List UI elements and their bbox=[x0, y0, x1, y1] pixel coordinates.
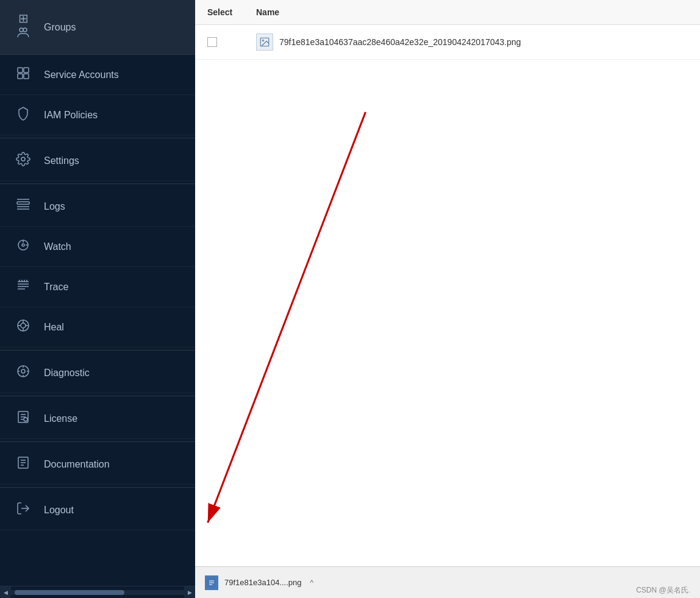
sidebar-item-logout[interactable]: Logout bbox=[0, 490, 195, 530]
svg-point-0 bbox=[20, 28, 23, 32]
svg-point-20 bbox=[21, 323, 26, 328]
sidebar-item-label-logs: Logs bbox=[44, 201, 65, 212]
sidebar-item-logs[interactable]: Logs bbox=[0, 187, 195, 227]
sidebar-item-label-diagnostic: Diagnostic bbox=[44, 368, 90, 379]
logout-icon bbox=[15, 501, 32, 519]
arrow-annotation bbox=[195, 25, 700, 566]
col-name-header: Name bbox=[256, 7, 279, 17]
sidebar-scroll-left[interactable]: ◀ bbox=[0, 586, 11, 598]
main-container: Groups Service Accounts IAM Policies bbox=[0, 0, 700, 598]
service-accounts-icon bbox=[15, 66, 32, 84]
sidebar-item-label-logout: Logout bbox=[44, 505, 74, 516]
sidebar-divider-6 bbox=[0, 487, 195, 488]
file-icon-name: 79f1e81e3a104637aac28e460a42e32e_2019042… bbox=[256, 34, 521, 51]
bottom-caret-button[interactable]: ^ bbox=[310, 578, 314, 587]
sidebar-item-label-license: License bbox=[44, 413, 77, 424]
sidebar-item-diagnostic[interactable]: Diagnostic bbox=[0, 353, 195, 393]
sidebar-item-label-documentation: Documentation bbox=[44, 459, 110, 470]
table-row: 79f1e81e3a104637aac28e460a42e32e_2019042… bbox=[195, 25, 700, 60]
svg-point-38 bbox=[262, 40, 263, 41]
sidebar-item-settings[interactable]: Settings bbox=[0, 141, 195, 181]
sidebar-divider-5 bbox=[0, 441, 195, 442]
svg-rect-7 bbox=[17, 202, 29, 204]
file-thumbnail-icon bbox=[256, 34, 273, 51]
sidebar-divider-1 bbox=[0, 138, 195, 138]
trace-icon bbox=[15, 278, 32, 296]
sidebar-scroll-right[interactable]: ▶ bbox=[184, 586, 195, 598]
sidebar-item-heal[interactable]: Heal bbox=[0, 307, 195, 347]
license-icon bbox=[15, 410, 32, 427]
bottom-bar: 79f1e81e3a104....png ^ CSDN @吴名氏. bbox=[195, 566, 700, 598]
sidebar-divider-3 bbox=[0, 350, 195, 351]
sidebar-item-label-iam: IAM Policies bbox=[44, 110, 98, 121]
bottom-file-name: 79f1e81e3a104....png bbox=[224, 578, 302, 587]
sidebar-item-label-watch: Watch bbox=[44, 241, 71, 252]
sidebar: Groups Service Accounts IAM Policies bbox=[0, 0, 195, 598]
sidebar-scrollbar-track bbox=[11, 590, 184, 595]
file-select-checkbox[interactable] bbox=[207, 37, 217, 47]
settings-icon bbox=[15, 152, 32, 169]
sidebar-item-label-settings: Settings bbox=[44, 155, 79, 166]
svg-point-6 bbox=[21, 157, 25, 161]
sidebar-item-iam-policies[interactable]: IAM Policies bbox=[0, 95, 195, 135]
svg-rect-4 bbox=[18, 74, 23, 79]
sidebar-item-label-groups: Groups bbox=[44, 22, 76, 33]
svg-point-1 bbox=[23, 28, 27, 32]
heal-icon bbox=[15, 318, 32, 336]
sidebar-item-label-service-accounts: Service Accounts bbox=[44, 69, 119, 80]
iam-icon bbox=[15, 106, 32, 124]
col-select-header: Select bbox=[207, 7, 256, 17]
docs-icon bbox=[15, 455, 32, 473]
svg-point-31 bbox=[24, 418, 27, 421]
svg-rect-2 bbox=[18, 68, 23, 73]
main-content: Select Name 79f1e81e3a1 bbox=[195, 0, 700, 598]
svg-line-40 bbox=[208, 112, 366, 523]
sidebar-item-service-accounts[interactable]: Service Accounts bbox=[0, 55, 195, 95]
table-body: 79f1e81e3a104637aac28e460a42e32e_2019042… bbox=[195, 25, 700, 566]
watch-icon bbox=[15, 238, 32, 255]
sidebar-item-groups[interactable]: Groups bbox=[0, 0, 195, 55]
sidebar-item-license[interactable]: License bbox=[0, 399, 195, 439]
sidebar-item-label-heal: Heal bbox=[44, 322, 64, 333]
logs-icon bbox=[15, 198, 32, 215]
sidebar-item-trace[interactable]: Trace bbox=[0, 267, 195, 307]
groups-icon bbox=[15, 11, 32, 43]
sidebar-item-watch[interactable]: Watch bbox=[0, 227, 195, 267]
diagnostic-icon bbox=[15, 364, 32, 382]
sidebar-scrollbar-thumb[interactable] bbox=[15, 590, 124, 595]
watermark-text: CSDN @吴名氏. bbox=[636, 585, 690, 596]
svg-point-12 bbox=[22, 244, 24, 246]
bottom-file-icon bbox=[205, 575, 218, 590]
sidebar-scrollbar-area: ◀ ▶ bbox=[0, 586, 195, 598]
table-header: Select Name bbox=[195, 0, 700, 25]
svg-rect-5 bbox=[24, 74, 29, 79]
sidebar-divider-4 bbox=[0, 396, 195, 396]
sidebar-item-label-trace: Trace bbox=[44, 282, 68, 293]
file-checkbox-area bbox=[207, 37, 256, 47]
sidebar-item-documentation[interactable]: Documentation bbox=[0, 444, 195, 485]
svg-rect-3 bbox=[24, 68, 29, 73]
sidebar-divider-2 bbox=[0, 183, 195, 184]
file-name-text: 79f1e81e3a104637aac28e460a42e32e_2019042… bbox=[279, 37, 521, 47]
svg-point-26 bbox=[21, 369, 25, 373]
